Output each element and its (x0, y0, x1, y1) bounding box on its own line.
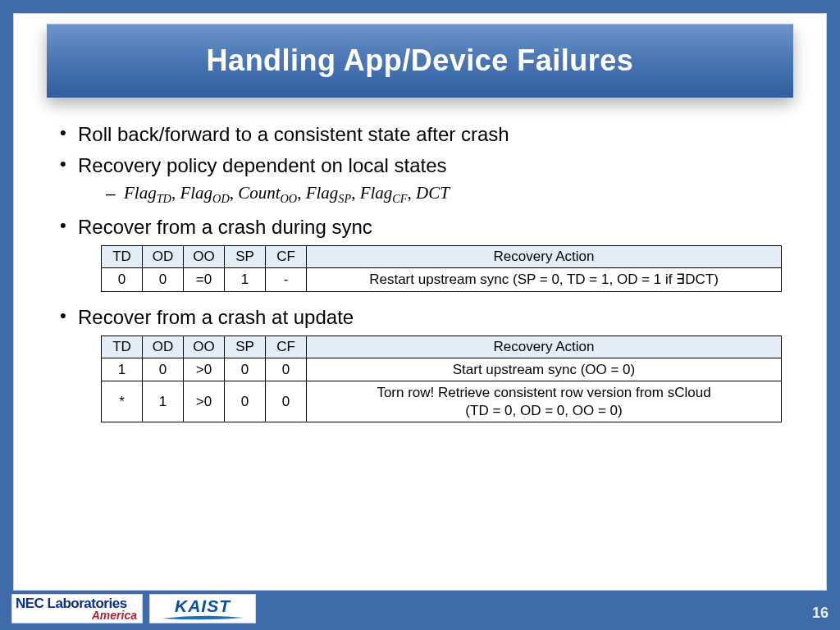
math-subscript: OD (212, 192, 230, 205)
recovery-table-update: TD OD OO SP CF Recovery Action 1 0 >0 0 (101, 336, 782, 422)
table-header-row: TD OD OO SP CF Recovery Action (102, 246, 782, 268)
col-header: OO (184, 246, 225, 268)
bullet-item: Recover from a crash during sync (55, 213, 785, 241)
separator: , (351, 183, 360, 203)
table-row: * 1 >0 0 0 Torn row! Retrieve consistent… (102, 381, 782, 422)
cell: 0 (102, 268, 143, 291)
math-symbol: Flag (360, 183, 393, 203)
separator: , (230, 183, 239, 203)
separator: , (297, 183, 306, 203)
kaist-logo-text: KAIST (175, 597, 231, 614)
bullet-text: Recover from a crash at update (78, 306, 354, 328)
footer-logos: NEC Laboratories America KAIST (11, 592, 256, 625)
math-symbol: Count (238, 183, 280, 203)
cell: 1 (143, 381, 184, 422)
kaist-swoosh-icon (162, 615, 244, 620)
col-header: Recovery Action (307, 336, 782, 358)
col-header: TD (102, 246, 143, 268)
math-subscript: OO (281, 192, 298, 205)
bullet-item: Recovery policy dependent on local state… (55, 152, 785, 208)
slide-title: Handling App/Device Failures (207, 43, 634, 78)
table-row: 1 0 >0 0 0 Start upstream sync (OO = 0) (102, 358, 782, 381)
nec-logo-bottom: America (92, 609, 137, 622)
col-header: TD (102, 336, 143, 358)
bullet-item: Roll back/forward to a consistent state … (55, 121, 785, 148)
cell-action: Start upstream sync (OO = 0) (307, 358, 782, 381)
cell: 0 (143, 358, 184, 381)
page-number: 16 (812, 605, 829, 622)
col-header: CF (266, 336, 307, 358)
cell: 1 (225, 268, 266, 291)
math-subscript: SP (338, 192, 351, 205)
col-header: OD (143, 336, 184, 358)
cell-action: Torn row! Retrieve consistent row versio… (307, 381, 782, 422)
cell: =0 (184, 268, 225, 291)
col-header: SP (225, 336, 266, 358)
bullet-text: Recover from a crash during sync (78, 216, 372, 238)
kaist-logo: KAIST (149, 594, 256, 623)
col-header: Recovery Action (307, 246, 782, 268)
cell: >0 (184, 358, 225, 381)
cell: 1 (102, 358, 143, 381)
col-header: OO (184, 336, 225, 358)
cell: * (102, 381, 143, 422)
title-bar: Handling App/Device Failures (47, 24, 793, 98)
cell: 0 (266, 358, 307, 381)
math-symbol: Flag (306, 183, 339, 203)
col-header: SP (225, 246, 266, 268)
cell: 0 (266, 381, 307, 422)
math-subscript: CF (392, 192, 407, 205)
separator: , (171, 183, 180, 203)
cell: 0 (225, 381, 266, 422)
nec-logo: NEC Laboratories America (11, 594, 143, 623)
cell: 0 (225, 358, 266, 381)
bullet-list: Recover from a crash at update (55, 304, 785, 331)
cell-action: Restart upstream sync (SP = 0, TD = 1, O… (307, 268, 782, 291)
cell: 0 (143, 268, 184, 291)
col-header: CF (266, 246, 307, 268)
recovery-table-sync: TD OD OO SP CF Recovery Action 0 0 =0 1 (101, 245, 782, 291)
bullet-list: Roll back/forward to a consistent state … (55, 121, 785, 240)
math-symbol: DCT (416, 183, 450, 203)
cell: - (266, 268, 307, 291)
bullet-text: Recovery policy dependent on local state… (78, 154, 447, 176)
content-area: Roll back/forward to a consistent state … (55, 121, 785, 434)
math-symbol: Flag (124, 183, 157, 203)
slide-body: Handling App/Device Failures Roll back/f… (13, 13, 827, 591)
sub-bullet-list: FlagTD, FlagOD, CountOO, FlagSP, FlagCF,… (78, 180, 785, 208)
table-header-row: TD OD OO SP CF Recovery Action (102, 336, 782, 358)
flags-line: FlagTD, FlagOD, CountOO, FlagSP, FlagCF,… (78, 180, 785, 208)
math-symbol: Flag (180, 183, 212, 203)
separator: , (408, 183, 417, 203)
slide-frame: Handling App/Device Failures Roll back/f… (0, 0, 840, 630)
bullet-item: Recover from a crash at update (55, 304, 785, 331)
col-header: OD (143, 246, 184, 268)
cell: >0 (184, 381, 225, 422)
table-row: 0 0 =0 1 - Restart upstream sync (SP = 0… (102, 268, 782, 291)
math-subscript: TD (157, 192, 171, 205)
